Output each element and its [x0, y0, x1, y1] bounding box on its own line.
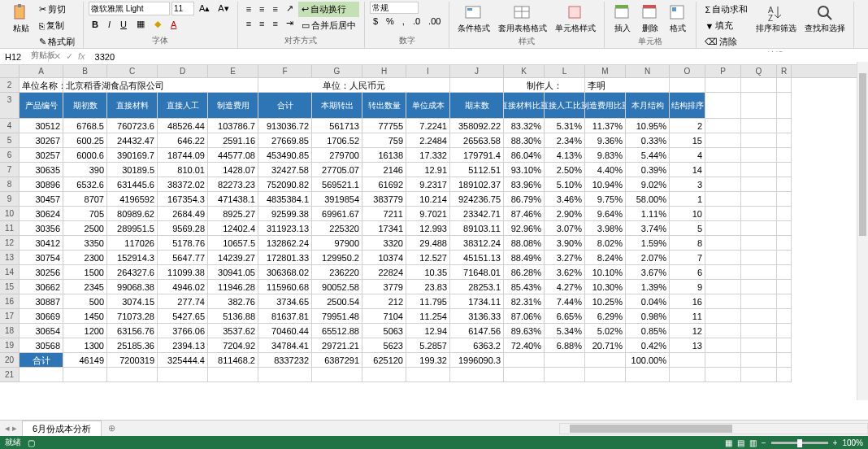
cell[interactable]: 期末数	[450, 93, 504, 119]
cell[interactable]: 5.10%	[545, 177, 585, 192]
cell[interactable]: 2.2484	[406, 133, 450, 148]
cell[interactable]	[741, 294, 777, 309]
horizontal-scrollbar[interactable]	[559, 423, 868, 434]
cell[interactable]: 90052.58	[312, 280, 362, 294]
cell[interactable]: 325444.4	[158, 353, 208, 368]
cell[interactable]: 471438.1	[208, 192, 258, 207]
row-header[interactable]: 17	[0, 309, 20, 324]
name-box[interactable]: H12	[0, 52, 49, 62]
cell[interactable]	[705, 338, 741, 353]
cell[interactable]: 10.94%	[585, 177, 626, 192]
cell[interactable]: 279700	[312, 148, 362, 163]
cell[interactable]	[741, 324, 777, 338]
cell[interactable]: 5.44%	[626, 148, 670, 163]
cell[interactable]	[705, 78, 741, 93]
cell[interactable]: 23.83	[406, 280, 450, 294]
cell[interactable]: 9.02%	[626, 177, 670, 192]
cell[interactable]: 3.27%	[545, 251, 585, 265]
cell[interactable]: 30257	[20, 148, 63, 163]
cell[interactable]	[670, 78, 705, 93]
cell[interactable]: 直接人工	[158, 93, 208, 119]
cell[interactable]: 3320	[362, 236, 406, 251]
cell[interactable]: 4.40%	[585, 163, 626, 177]
cell[interactable]: 2591.16	[208, 133, 258, 148]
cell[interactable]: 2	[670, 119, 705, 133]
cell[interactable]	[63, 368, 107, 382]
cell[interactable]: 3734.65	[258, 294, 312, 309]
cell[interactable]: 4	[670, 148, 705, 163]
cell[interactable]	[705, 280, 741, 294]
cell[interactable]: 29721.21	[312, 338, 362, 353]
cell[interactable]: 11.37%	[585, 119, 626, 133]
col-header[interactable]: R	[777, 65, 792, 77]
row-header[interactable]: 2	[0, 78, 20, 93]
percent-button[interactable]: %	[383, 15, 397, 28]
cell[interactable]	[777, 177, 792, 192]
cell[interactable]	[705, 119, 741, 133]
cell[interactable]: 129950.2	[312, 251, 362, 265]
row-header[interactable]: 11	[0, 221, 20, 236]
sheet-tab-active[interactable]: 6月份成本分析	[22, 421, 102, 437]
cell[interactable]: 600.25	[63, 133, 107, 148]
cell[interactable]: 811468.2	[208, 353, 258, 368]
cell[interactable]: 转出数量	[362, 93, 406, 119]
cell[interactable]: 167354.3	[158, 192, 208, 207]
cell[interactable]: 277.74	[158, 294, 208, 309]
zoom-out-button[interactable]: −	[762, 438, 766, 447]
cell[interactable]: 7.44%	[545, 294, 585, 309]
cell[interactable]: 16138	[362, 148, 406, 163]
vscroll-thumb[interactable]	[859, 73, 866, 236]
cell[interactable]: 44577.08	[208, 148, 258, 163]
row-header[interactable]: 9	[0, 192, 20, 207]
col-header[interactable]: M	[585, 65, 626, 77]
cell[interactable]: 15	[670, 133, 705, 148]
cell[interactable]: 11	[670, 309, 705, 324]
font-name-input[interactable]	[89, 2, 170, 15]
cell[interactable]	[777, 119, 792, 133]
cell[interactable]	[450, 368, 504, 382]
cell[interactable]	[705, 236, 741, 251]
row-header[interactable]: 4	[0, 119, 20, 133]
cell[interactable]: 6	[670, 265, 705, 280]
cell[interactable]: 46149	[63, 353, 107, 368]
cell[interactable]: 390	[63, 163, 107, 177]
cell[interactable]: 760723.6	[107, 119, 158, 133]
cell[interactable]: 12402.4	[208, 221, 258, 236]
fx-icon[interactable]: fx	[78, 51, 85, 62]
cell[interactable]: 6.29%	[585, 309, 626, 324]
copy-button[interactable]: ⎘复制	[36, 18, 78, 33]
cell[interactable]: 8337232	[258, 353, 312, 368]
cell[interactable]: 30189.5	[107, 163, 158, 177]
cell[interactable]	[504, 368, 545, 382]
cell[interactable]	[705, 207, 741, 221]
cell[interactable]: 79951.48	[312, 309, 362, 324]
cell[interactable]	[741, 265, 777, 280]
cell[interactable]: 0.42%	[626, 338, 670, 353]
tab-nav[interactable]: ◂ ▸	[0, 423, 22, 434]
col-header[interactable]: G	[312, 65, 362, 77]
cell[interactable]: 1500	[63, 265, 107, 280]
cell[interactable]: 61692	[362, 177, 406, 192]
cell[interactable]: 71073.28	[107, 309, 158, 324]
cell[interactable]: 390169.7	[107, 148, 158, 163]
cell[interactable]: 10	[670, 207, 705, 221]
cell[interactable]	[777, 338, 792, 353]
cell[interactable]	[741, 207, 777, 221]
cell[interactable]: 10657.5	[208, 236, 258, 251]
cell[interactable]	[626, 368, 670, 382]
cut-button[interactable]: ✂剪切	[36, 2, 78, 17]
cell[interactable]: 1734.11	[450, 294, 504, 309]
cell[interactable]: 6147.56	[450, 324, 504, 338]
cell[interactable]: 86.28%	[504, 265, 545, 280]
grow-font-button[interactable]: A▴	[196, 2, 213, 15]
zoom-slider[interactable]	[771, 442, 828, 444]
col-header[interactable]: A	[20, 65, 63, 77]
cell[interactable]: 92599.38	[258, 207, 312, 221]
cell[interactable]	[741, 338, 777, 353]
row-header[interactable]: 19	[0, 338, 20, 353]
dec-decimal-button[interactable]: .00	[425, 15, 444, 28]
cell[interactable]: 631445.6	[107, 177, 158, 192]
border-button[interactable]: ▦	[133, 17, 148, 31]
cell[interactable]: 本期转出	[312, 93, 362, 119]
cell[interactable]: 1.39%	[626, 280, 670, 294]
